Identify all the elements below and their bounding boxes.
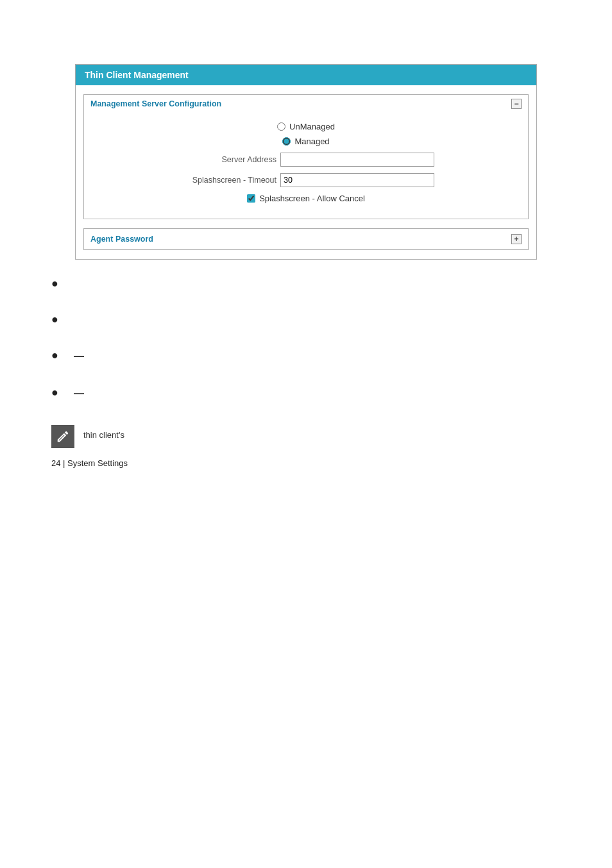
unmanaged-label: UnManaged — [289, 122, 335, 131]
bullet-dot: ● — [51, 387, 58, 398]
management-section-body: UnManaged Managed Server Address Splashs… — [84, 113, 528, 203]
collapse-button[interactable]: − — [511, 99, 522, 109]
page-footer: 24 | System Settings — [51, 458, 599, 468]
list-item: ● — — [51, 351, 599, 362]
footer-text: 24 | System Settings — [51, 458, 128, 468]
note-icon — [51, 425, 74, 448]
note-area: thin client's — [51, 425, 599, 448]
splashscreen-allow-cancel-label: Splashscreen - Allow Cancel — [259, 194, 365, 203]
management-section-header: Management Server Configuration − — [84, 95, 528, 113]
server-address-label: Server Address — [178, 155, 280, 164]
server-address-input[interactable] — [280, 153, 434, 167]
management-section-title: Management Server Configuration — [90, 99, 221, 108]
list-item: ● — [51, 315, 599, 325]
panel-header: Thin Client Management — [76, 65, 536, 85]
thin-client-management-panel: Thin Client Management Management Server… — [75, 64, 537, 260]
bullet-list: ● ● ● — ● — — [51, 279, 599, 399]
bullet-dot: ● — [51, 349, 58, 361]
agent-section-header: Agent Password + — [84, 229, 528, 249]
server-address-row: Server Address — [93, 153, 519, 167]
panel-title: Thin Client Management — [85, 70, 189, 80]
management-server-section: Management Server Configuration − UnMana… — [83, 94, 529, 219]
note-text: thin client's — [83, 425, 124, 440]
unmanaged-radio[interactable] — [277, 122, 285, 131]
dash-symbol: — — [74, 388, 84, 399]
pencil-icon — [56, 430, 70, 444]
splashscreen-allow-cancel-checkbox[interactable] — [247, 194, 255, 203]
bullet-dot: ● — [51, 278, 58, 289]
splashscreen-timeout-input[interactable] — [280, 173, 434, 187]
agent-password-section: Agent Password + — [83, 228, 529, 250]
splashscreen-timeout-label: Splashscreen - Timeout — [178, 176, 280, 185]
managed-radio[interactable] — [282, 137, 291, 146]
managed-label: Managed — [294, 137, 329, 146]
agent-section-title: Agent Password — [90, 235, 153, 244]
list-item: ● — [51, 279, 599, 289]
managed-radio-row: Managed — [93, 137, 519, 146]
splashscreen-allow-cancel-row: Splashscreen - Allow Cancel — [93, 194, 519, 203]
splashscreen-timeout-row: Splashscreen - Timeout — [93, 173, 519, 187]
bullet-dot: ● — [51, 313, 58, 325]
list-item: ● — — [51, 388, 599, 399]
dash-symbol: — — [74, 351, 84, 362]
expand-button[interactable]: + — [511, 234, 522, 244]
unmanaged-radio-row: UnManaged — [93, 122, 519, 131]
